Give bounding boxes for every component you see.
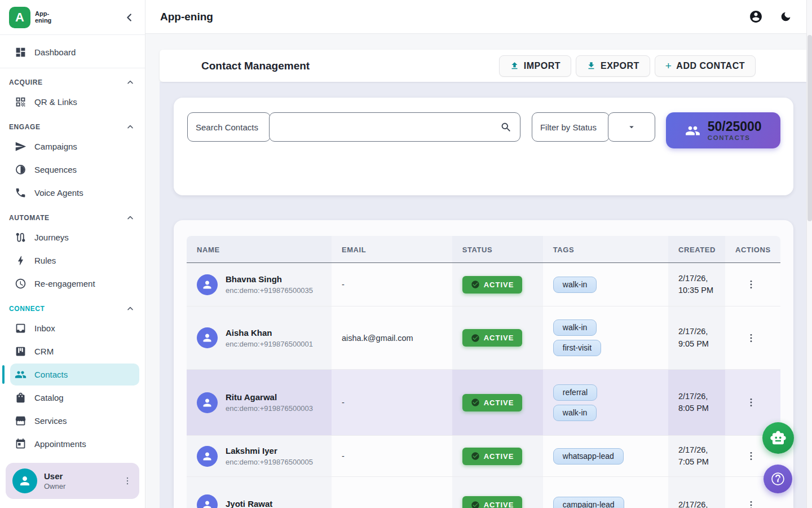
table-row[interactable]: Bhavna Singh enc:demo:+919876500035 - AC… <box>187 263 780 306</box>
sidebar-item-label: Appointments <box>34 439 86 449</box>
check-circle-icon <box>471 501 480 508</box>
contact-name: Lakshmi Iyer <box>226 446 313 456</box>
sidebar-item-label: QR & Links <box>34 97 77 107</box>
store-icon <box>15 415 27 427</box>
table-row[interactable]: Lakshmi Iyer enc:demo:+919876500005 - AC… <box>187 436 780 477</box>
sidebar-section-acquire[interactable]: ACQUIRE <box>9 76 135 89</box>
sidebar-item-voice-agents[interactable]: Voice Agents <box>10 182 139 204</box>
status-filter-label: Filter by Status <box>532 112 610 142</box>
tag-pill[interactable]: walk-in <box>553 405 597 421</box>
inbox-icon <box>15 322 27 334</box>
sidebar-item-label: Sequences <box>34 165 77 174</box>
row-actions-kebab-icon[interactable] <box>745 332 757 344</box>
chevron-up-icon <box>126 78 135 87</box>
calendar-icon <box>15 438 27 450</box>
sidebar-item-re-engagement[interactable]: Re-engagement <box>10 273 139 295</box>
tag-pill[interactable]: walk-in <box>553 277 597 293</box>
column-header-created: CREATED <box>668 236 725 262</box>
sidebar-section-engage[interactable]: ENGAGE <box>9 121 135 133</box>
sidebar-item-inbox[interactable]: Inbox <box>10 317 139 339</box>
column-header-name: NAME <box>187 236 332 262</box>
sidebar-item-sequences[interactable]: Sequences <box>10 159 139 181</box>
bag-icon <box>15 392 27 404</box>
avatar <box>197 392 218 413</box>
app-logo-text: App- ening <box>35 11 51 24</box>
sidebar-item-label: Campaigns <box>34 142 77 151</box>
sidebar-divider <box>0 68 145 68</box>
scrollbar-thumb[interactable] <box>807 35 812 221</box>
sidebar-item-qr-links[interactable]: QR & Links <box>10 91 139 113</box>
row-actions-kebab-icon[interactable] <box>745 279 757 290</box>
contact-created: 2/17/26,9:05 PM <box>668 306 725 369</box>
contact-phone: enc:demo:+919876500001 <box>226 340 313 348</box>
status-label: ACTIVE <box>484 281 514 289</box>
sidebar-item-label: CRM <box>34 347 54 356</box>
contact-tags: whatsapp-lead <box>543 436 668 476</box>
add-contact-button[interactable]: + ADD CONTACT <box>655 55 756 77</box>
sidebar-collapse-chevron-left-icon[interactable] <box>123 11 136 24</box>
sidebar-item-dashboard[interactable]: Dashboard <box>10 41 139 63</box>
tag-pill[interactable]: walk-in <box>553 319 597 336</box>
route-icon <box>15 231 27 243</box>
content: Contact Management IMPORT EXPORT + ADD C… <box>145 34 806 508</box>
contacts-count-badge[interactable]: 50/25000 CONTACTS <box>666 112 780 148</box>
sidebar-item-rules[interactable]: Rules <box>10 249 139 271</box>
sidebar-section-connect[interactable]: CONNECT <box>9 303 135 315</box>
sidebar-item-services[interactable]: Services <box>10 410 139 432</box>
user-role: Owner <box>44 482 65 491</box>
table-row[interactable]: Ritu Agarwal enc:demo:+919876500003 - AC… <box>187 370 780 436</box>
row-actions-kebab-icon[interactable] <box>745 397 757 408</box>
contact-tags: campaign-lead <box>543 477 668 508</box>
export-button[interactable]: EXPORT <box>576 55 650 77</box>
search-label: Search Contacts <box>187 112 271 142</box>
user-card[interactable]: User Owner <box>6 463 139 499</box>
contact-phone: enc:demo:+919876500005 <box>226 458 313 466</box>
contact-created: 2/17/26,7:05 PM <box>668 436 725 476</box>
user-avatar <box>12 468 37 493</box>
phone-icon <box>15 187 27 199</box>
tag-pill[interactable]: campaign-lead <box>553 497 624 508</box>
status-filter-select[interactable]: Filter by Status <box>532 112 655 142</box>
sidebar-item-crm[interactable]: CRM <box>10 340 139 362</box>
page-title: Contact Management <box>201 60 310 72</box>
status-badge: ACTIVE <box>462 448 523 465</box>
search-input[interactable] <box>277 122 500 132</box>
search-icon[interactable] <box>500 121 512 133</box>
table-row[interactable]: Aisha Khan enc:demo:+919876500001 aisha.… <box>187 306 780 370</box>
sidebar-item-contacts[interactable]: Contacts <box>10 364 139 386</box>
avatar <box>197 446 218 467</box>
avatar <box>197 274 218 295</box>
contact-phone: enc:demo:+919876500003 <box>226 404 313 413</box>
contacts-count-value: 50/25000 <box>708 120 762 134</box>
tag-pill[interactable]: referral <box>553 384 597 401</box>
page-header-bar: Contact Management IMPORT EXPORT + ADD C… <box>160 50 806 82</box>
row-actions-kebab-icon[interactable] <box>745 500 757 508</box>
row-actions-kebab-icon[interactable] <box>745 450 757 462</box>
account-icon[interactable] <box>749 10 763 24</box>
assistant-bot-fab[interactable] <box>762 422 794 454</box>
contact-email: - <box>332 263 452 306</box>
person-icon <box>201 397 213 409</box>
table-row[interactable]: Jyoti Rawat ACTIVE campaign-lead 2/17/26… <box>187 477 780 508</box>
dark-mode-moon-icon[interactable] <box>780 11 792 23</box>
tag-pill[interactable]: whatsapp-lead <box>553 448 624 465</box>
clock-icon <box>15 278 27 290</box>
sidebar-item-campaigns[interactable]: Campaigns <box>10 135 139 157</box>
import-button[interactable]: IMPORT <box>499 55 571 77</box>
sidebar-section-automate[interactable]: AUTOMATE <box>9 212 135 224</box>
app-logo: A <box>9 7 30 28</box>
sidebar-item-appointments[interactable]: Appointments <box>10 433 139 454</box>
user-name: User <box>44 471 65 481</box>
sidebar-item-catalog[interactable]: Catalog <box>10 387 139 409</box>
column-header-tags: TAGS <box>543 236 668 262</box>
chevron-up-icon <box>126 213 135 222</box>
help-fab[interactable] <box>764 465 792 493</box>
page-scrollbar[interactable] <box>806 0 812 508</box>
table-header-row: NAMEEMAILSTATUSTAGSCREATEDACTIONS <box>187 236 780 263</box>
app-logo-letter: A <box>15 10 24 25</box>
sidebar-item-label: Dashboard <box>34 47 76 57</box>
sidebar-item-journeys[interactable]: Journeys <box>10 226 139 248</box>
user-menu-kebab-icon[interactable] <box>122 476 133 486</box>
tag-pill[interactable]: first-visit <box>553 340 601 356</box>
table-body: Bhavna Singh enc:demo:+919876500035 - AC… <box>187 263 780 508</box>
